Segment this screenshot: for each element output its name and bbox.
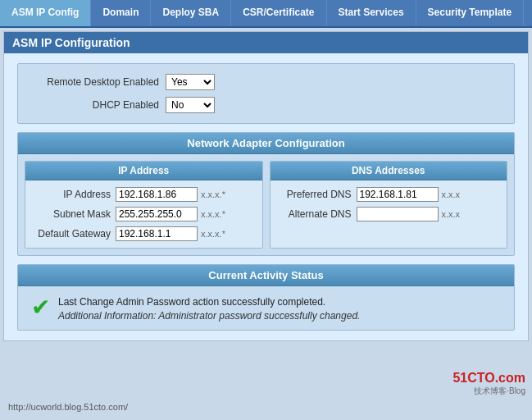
default-gateway-hint: x.x.x.* xyxy=(201,229,225,239)
ip-col-body: IP Address x.x.x.* Subnet Mask x.x.x.* D… xyxy=(25,180,262,248)
network-columns: IP Address IP Address x.x.x.* Subnet Mas… xyxy=(18,154,514,255)
alternate-dns-input[interactable] xyxy=(357,207,439,221)
activity-text-block: Last Change Admin Password action succes… xyxy=(58,294,360,322)
page-title: ASM IP Configuration xyxy=(4,32,528,53)
dhcp-row: DHCP Enabled No Yes xyxy=(34,97,498,113)
activity-sub-message: Additional Information: Administrator pa… xyxy=(58,310,360,322)
activity-section-header: Current Activity Status xyxy=(18,265,514,286)
dns-col-body: Preferred DNS x.x.x Alternate DNS x.x.x xyxy=(271,180,507,228)
default-gateway-row: Default Gateway x.x.x.* xyxy=(34,226,254,241)
dhcp-select[interactable]: No Yes xyxy=(166,97,215,113)
content-body: Remote Desktop Enabled Yes No DHCP Enabl… xyxy=(4,53,528,340)
ip-address-row: IP Address x.x.x.* xyxy=(34,187,254,202)
activity-section: Current Activity Status ✔ Last Change Ad… xyxy=(17,264,515,331)
main-content: ASM IP Configuration Remote Desktop Enab… xyxy=(3,31,529,341)
preferred-dns-row: Preferred DNS x.x.x xyxy=(279,187,499,202)
dhcp-label: DHCP Enabled xyxy=(34,99,166,111)
tab-security-template[interactable]: Security Template xyxy=(416,0,524,26)
preferred-dns-input[interactable] xyxy=(357,187,439,202)
remote-desktop-row: Remote Desktop Enabled Yes No xyxy=(34,74,498,90)
tab-start-services[interactable]: Start Services xyxy=(327,0,416,26)
activity-body: ✔ Last Change Admin Password action succ… xyxy=(18,286,514,330)
ip-address-input[interactable] xyxy=(116,187,198,202)
alternate-dns-hint: x.x.x xyxy=(442,209,461,219)
subnet-mask-row: Subnet Mask x.x.x.* xyxy=(34,207,254,221)
network-section-header: Network Adapter Configuration xyxy=(18,133,514,154)
alternate-dns-row: Alternate DNS x.x.x xyxy=(279,207,499,221)
tab-asm-ip-config[interactable]: ASM IP Config xyxy=(0,0,91,26)
subnet-mask-input[interactable] xyxy=(116,207,198,221)
watermark: 51CTO.com 技术博客·Blog xyxy=(452,371,525,397)
ip-col-header: IP Address xyxy=(25,162,262,180)
subnet-mask-hint: x.x.x.* xyxy=(201,209,225,219)
success-icon: ✔ xyxy=(31,296,50,319)
tab-deploy-sba[interactable]: Deploy SBA xyxy=(151,0,231,26)
dns-address-column: DNS Addresses Preferred DNS x.x.x Altern… xyxy=(270,161,508,249)
settings-panel: Remote Desktop Enabled Yes No DHCP Enabl… xyxy=(17,63,515,124)
remote-desktop-label: Remote Desktop Enabled xyxy=(34,76,166,88)
footer-url: http://ucworld.blog.51cto.com/ xyxy=(8,402,128,412)
preferred-dns-label: Preferred DNS xyxy=(279,189,357,200)
tab-csr-certificate[interactable]: CSR/Certificate xyxy=(231,0,326,26)
watermark-logo: 51CTO.com xyxy=(452,371,525,386)
tab-bar: ASM IP Config Domain Deploy SBA CSR/Cert… xyxy=(0,0,532,28)
alternate-dns-label: Alternate DNS xyxy=(279,208,357,220)
network-section: Network Adapter Configuration IP Address… xyxy=(17,132,515,256)
subnet-mask-label: Subnet Mask xyxy=(34,208,116,220)
dns-col-header: DNS Addresses xyxy=(271,162,507,180)
ip-address-label: IP Address xyxy=(34,189,116,200)
ip-address-hint: x.x.x.* xyxy=(201,189,225,199)
tab-domain[interactable]: Domain xyxy=(91,0,151,26)
remote-desktop-select[interactable]: Yes No xyxy=(166,74,215,90)
watermark-sub: 技术博客·Blog xyxy=(452,386,525,397)
default-gateway-label: Default Gateway xyxy=(34,228,116,240)
ip-address-column: IP Address IP Address x.x.x.* Subnet Mas… xyxy=(25,161,263,249)
activity-message: Last Change Admin Password action succes… xyxy=(58,294,360,310)
default-gateway-input[interactable] xyxy=(116,226,198,241)
preferred-dns-hint: x.x.x xyxy=(442,189,461,199)
